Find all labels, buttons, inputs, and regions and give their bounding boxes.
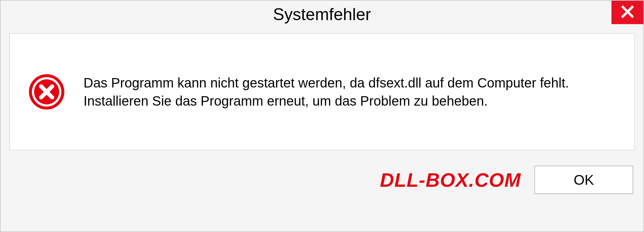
dialog-title: Systemfehler: [273, 5, 371, 24]
dialog-titlebar: Systemfehler: [1, 1, 643, 28]
dialog-content: Das Programm kann nicht gestartet werden…: [9, 33, 635, 151]
error-icon: [28, 73, 65, 110]
dialog-footer: DLL-BOX.COM OK: [1, 157, 643, 204]
close-button[interactable]: [611, 1, 643, 24]
ok-button[interactable]: OK: [534, 166, 633, 194]
error-message: Das Programm kann nicht gestartet werden…: [84, 74, 616, 110]
close-icon: [621, 5, 635, 20]
watermark-text: DLL-BOX.COM: [380, 169, 521, 191]
ok-button-label: OK: [574, 172, 594, 188]
